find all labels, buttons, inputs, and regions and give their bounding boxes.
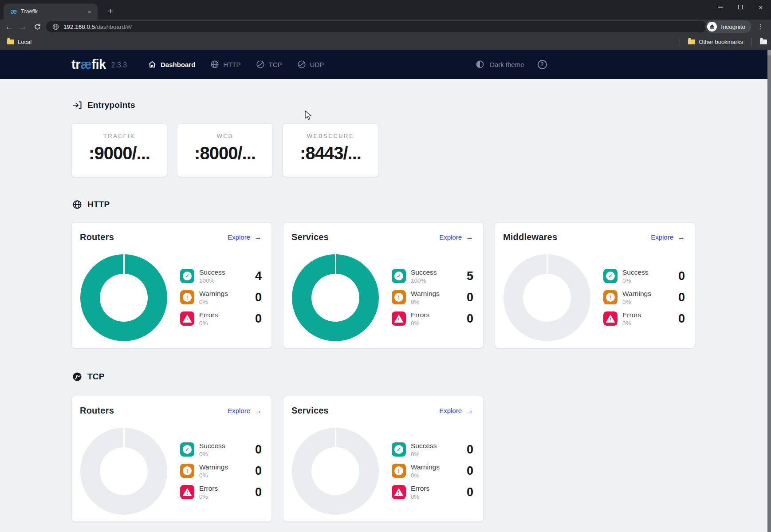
stat-label: Success — [622, 268, 649, 276]
nav-item-udp[interactable]: UDP — [297, 60, 324, 69]
stat-label: Success — [411, 268, 437, 276]
entrypoint-card-web: WEB:8000/... — [177, 123, 273, 177]
stat-row-error: !Errors0%0 — [392, 308, 473, 329]
card-stats: ✓Success0%0!Warnings0%0!Errors0%0 — [180, 439, 262, 503]
explore-label: Explore — [651, 233, 673, 241]
explore-label: Explore — [439, 233, 462, 241]
screen: æ Traefik × + × ← → 192.168.0.5/das — [0, 0, 771, 532]
forward-button[interactable]: → — [19, 23, 27, 31]
other-bookmarks-button[interactable]: Other bookmarks — [684, 39, 747, 45]
entrypoints-icon — [72, 100, 82, 110]
back-button[interactable]: ← — [5, 23, 13, 31]
browser-menu-button[interactable]: ⋮ — [754, 20, 767, 34]
window-maximize-button[interactable] — [730, 0, 751, 14]
stat-percentage: 0% — [411, 472, 440, 479]
stat-label: Errors — [411, 485, 429, 493]
stat-row-warning: !Warnings0%0 — [392, 287, 473, 308]
new-tab-button[interactable]: + — [104, 4, 117, 18]
circle-icon: ! — [394, 466, 403, 475]
stat-text: Warnings0% — [199, 463, 228, 479]
browser-tab-traefik[interactable]: æ Traefik × — [4, 4, 98, 20]
stat-text: Warnings0% — [199, 290, 228, 305]
nav-item-dashboard[interactable]: Dashboard — [148, 60, 195, 69]
traefik-dashboard-page: træfik 2.3.3 DashboardHTTPTCPUDP Dark th… — [0, 50, 771, 532]
stat-percentage: 0% — [622, 277, 649, 284]
scrollbar-thumb[interactable] — [767, 50, 771, 55]
section-title: TCP — [87, 372, 105, 382]
arrow-right-icon: → — [677, 233, 685, 241]
stat-row-error: !Errors0%0 — [180, 481, 262, 503]
stat-count: 0 — [255, 291, 262, 304]
triangle-icon: ! — [183, 315, 192, 323]
stat-row-success: ✓Success0%0 — [603, 265, 685, 287]
stat-count: 0 — [678, 269, 685, 283]
bookmark-folder-local[interactable]: Local — [4, 39, 35, 45]
warning-icon: ! — [392, 464, 406, 478]
entrypoint-name: WEBSECURE — [283, 133, 378, 139]
bookmark-label: Local — [18, 39, 31, 45]
explore-label: Explore — [439, 407, 462, 414]
bookmarks-bar: Local Other bookmarks — [0, 34, 771, 50]
arrow-right-icon: → — [254, 407, 262, 414]
stat-label: Warnings — [411, 463, 440, 471]
all-bookmarks-button[interactable] — [756, 39, 771, 44]
traefik-brand[interactable]: træfik 2.3.3 — [71, 50, 127, 79]
navbar-right: Dark theme ? — [476, 50, 547, 79]
explore-link[interactable]: Explore→ — [439, 233, 473, 241]
card-title: Routers — [80, 232, 114, 242]
explore-link[interactable]: Explore→ — [651, 233, 685, 241]
explore-label: Explore — [228, 233, 250, 241]
stat-count: 0 — [255, 464, 262, 478]
success-icon: ✓ — [603, 269, 618, 283]
warning-icon: ! — [392, 290, 406, 304]
swirl-icon — [297, 60, 306, 69]
stat-count: 5 — [467, 269, 473, 283]
stat-percentage: 0% — [199, 472, 228, 479]
stat-label: Warnings — [199, 290, 228, 298]
invert-colors-icon — [476, 60, 484, 69]
nav-item-label: TCP — [269, 61, 282, 68]
stat-row-warning: !Warnings0%0 — [392, 460, 473, 481]
stat-percentage: 0% — [411, 493, 429, 500]
stat-row-error: !Errors0%0 — [392, 481, 473, 503]
explore-link[interactable]: Explore→ — [439, 407, 473, 414]
card-title: Middlewares — [503, 232, 557, 242]
stat-label: Warnings — [199, 463, 228, 471]
stat-count: 0 — [467, 464, 473, 478]
stat-row-warning: !Warnings0%0 — [180, 287, 262, 308]
bookmarks-separator — [751, 38, 751, 46]
circle-icon: ! — [183, 293, 192, 302]
stat-percentage: 0% — [622, 299, 651, 305]
stat-percentage: 0% — [199, 451, 225, 457]
explore-link[interactable]: Explore→ — [228, 233, 262, 241]
http-routers-card: RoutersExplore→✓Success100%4!Warnings0%0… — [71, 222, 272, 348]
reload-icon — [34, 23, 41, 31]
folder-icon — [7, 39, 14, 44]
theme-toggle-label[interactable]: Dark theme — [490, 61, 524, 68]
help-button[interactable]: ? — [538, 60, 547, 69]
address-bar[interactable]: 192.168.0.5/dashboard/#/ — [46, 21, 706, 32]
stat-percentage: 0% — [199, 493, 218, 500]
stat-label: Success — [411, 442, 437, 450]
status-donut-chart — [292, 428, 379, 515]
theme-toggle-button[interactable] — [476, 60, 484, 69]
stat-text: Success0% — [411, 442, 437, 457]
entrypoint-card-websecure: WEBSECURE:8443/... — [283, 123, 378, 177]
nav-item-http[interactable]: HTTP — [210, 60, 240, 69]
nav-item-tcp[interactable]: TCP — [256, 60, 282, 69]
stat-text: Errors0% — [622, 311, 641, 327]
reload-button[interactable] — [34, 23, 41, 31]
tcp-icon — [72, 372, 82, 382]
success-icon: ✓ — [180, 442, 194, 457]
card-stats: ✓Success100%4!Warnings0%0!Errors0%0 — [180, 265, 262, 329]
page-scrollbar[interactable] — [767, 50, 771, 532]
folder-icon — [688, 39, 695, 44]
window-minimize-button[interactable] — [710, 0, 730, 14]
window-close-button[interactable]: × — [751, 0, 771, 14]
http-middlewares-card: MiddlewaresExplore→✓Success0%0!Warnings0… — [495, 222, 695, 348]
explore-link[interactable]: Explore→ — [228, 407, 262, 414]
warning-icon: ! — [180, 464, 194, 478]
bookmarks-separator — [680, 38, 680, 46]
close-tab-icon[interactable]: × — [86, 8, 93, 16]
home-icon — [148, 60, 157, 69]
